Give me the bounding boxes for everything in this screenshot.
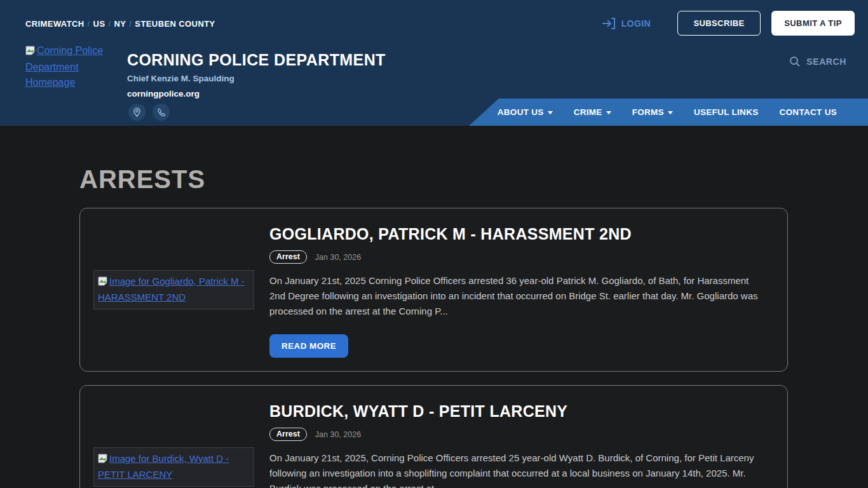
login-button[interactable]: LOGIN bbox=[602, 18, 651, 29]
login-arrow-icon bbox=[602, 18, 616, 29]
card-date: Jan 30, 2026 bbox=[315, 430, 361, 439]
department-info: CORNING POLICE DEPARTMENT Chief Kenzie M… bbox=[127, 51, 386, 98]
logo-home-link[interactable]: Corning Police Department Homepage bbox=[25, 43, 109, 90]
location-pin-icon bbox=[133, 107, 141, 117]
card-body: BURDICK, WYATT D - PETIT LARCENY Arrest … bbox=[269, 399, 774, 488]
arrest-card: Image for Burdick, Wyatt D - PETIT LARCE… bbox=[79, 385, 788, 488]
department-website: corningpolice.org bbox=[127, 89, 386, 98]
arrest-card: Image for Gogliardo, Patrick M - HARASSM… bbox=[79, 208, 788, 372]
arrest-badge: Arrest bbox=[269, 250, 307, 264]
submit-a-tip-button[interactable]: SUBMIT A TIP bbox=[771, 11, 855, 36]
login-label: LOGIN bbox=[621, 18, 651, 29]
breadcrumb-item-ny[interactable]: NY bbox=[114, 19, 126, 29]
search-button[interactable]: SEARCH bbox=[789, 56, 846, 67]
image-alt-link[interactable]: Image for Burdick, Wyatt D - PETIT LARCE… bbox=[98, 453, 229, 480]
logo-alt-text: Corning Police Department Homepage bbox=[25, 45, 103, 88]
chief-name: Chief Kenzie M. Spaulding bbox=[127, 74, 386, 83]
broken-image-icon bbox=[98, 275, 108, 290]
main-content: ARRESTS Image for Gogliardo, Patrick M -… bbox=[0, 164, 868, 488]
breadcrumb: CRIMEWATCH/US/NY/STEUBEN COUNTY bbox=[25, 19, 215, 29]
caret-down-icon bbox=[606, 111, 611, 114]
card-excerpt: On January 21st, 2025 Corning Police Off… bbox=[269, 273, 766, 319]
card-excerpt: On January 21st, 2025, Corning Police Of… bbox=[269, 451, 766, 488]
image-alt-link[interactable]: Image for Gogliardo, Patrick M - HARASSM… bbox=[98, 276, 245, 302]
card-media: Image for Gogliardo, Patrick M - HARASSM… bbox=[93, 222, 254, 358]
phone-button[interactable] bbox=[153, 104, 170, 121]
nav-label: CRIME bbox=[574, 107, 602, 117]
breadcrumb-item-us[interactable]: US bbox=[93, 19, 105, 29]
location-button[interactable] bbox=[128, 104, 146, 121]
nav-label: HOME bbox=[450, 107, 477, 117]
card-meta: Arrest Jan 30, 2026 bbox=[269, 428, 774, 441]
image-placeholder: Image for Gogliardo, Patrick M - HARASSM… bbox=[93, 270, 254, 309]
caret-down-icon bbox=[548, 111, 553, 114]
broken-image-icon bbox=[25, 44, 36, 60]
image-placeholder: Image for Burdick, Wyatt D - PETIT LARCE… bbox=[93, 447, 254, 487]
nav-item-about-us[interactable]: ABOUT US bbox=[498, 107, 553, 117]
broken-image-icon bbox=[98, 452, 108, 467]
breadcrumb-separator: / bbox=[126, 19, 135, 29]
card-meta: Arrest Jan 30, 2026 bbox=[269, 250, 774, 264]
phone-icon bbox=[157, 108, 166, 117]
contact-icons bbox=[128, 104, 170, 121]
nav-item-home[interactable]: HOME bbox=[450, 107, 477, 117]
card-media: Image for Burdick, Wyatt D - PETIT LARCE… bbox=[93, 399, 254, 488]
card-title: BURDICK, WYATT D - PETIT LARCENY bbox=[269, 402, 774, 421]
card-body: GOGLIARDO, PATRICK M - HARASSMENT 2ND Ar… bbox=[269, 222, 774, 358]
nav-label: USEFUL LINKS bbox=[694, 107, 759, 117]
topbar-actions: LOGIN SUBSCRIBE SUBMIT A TIP bbox=[602, 11, 855, 36]
search-icon bbox=[789, 56, 801, 67]
breadcrumb-separator: / bbox=[85, 19, 93, 29]
nav-item-useful-links[interactable]: USEFUL LINKS bbox=[694, 107, 759, 117]
breadcrumb-separator: / bbox=[105, 19, 114, 29]
nav-item-forms[interactable]: FORMS bbox=[632, 107, 673, 117]
card-title: GOGLIARDO, PATRICK M - HARASSMENT 2ND bbox=[269, 224, 774, 243]
card-date: Jan 30, 2026 bbox=[315, 253, 361, 262]
read-more-button[interactable]: READ MORE bbox=[269, 334, 348, 358]
subscribe-button[interactable]: SUBSCRIBE bbox=[677, 11, 761, 36]
search-label: SEARCH bbox=[806, 57, 846, 67]
arrest-badge: Arrest bbox=[269, 428, 307, 441]
site-header: CRIMEWATCH/US/NY/STEUBEN COUNTY LOGIN SU… bbox=[0, 0, 868, 126]
caret-down-icon bbox=[668, 111, 673, 114]
page-heading: ARRESTS bbox=[79, 164, 868, 194]
nav-label: CONTACT US bbox=[780, 107, 837, 117]
page-title: CORNING POLICE DEPARTMENT bbox=[127, 51, 386, 69]
nav-label: ABOUT US bbox=[498, 107, 544, 117]
nav-item-crime[interactable]: CRIME bbox=[574, 107, 611, 117]
breadcrumb-item-steuben-county[interactable]: STEUBEN COUNTY bbox=[135, 19, 215, 29]
breadcrumb-item-crimewatch[interactable]: CRIMEWATCH bbox=[25, 19, 85, 29]
nav-item-contact-us[interactable]: CONTACT US bbox=[780, 107, 837, 117]
nav-label: FORMS bbox=[632, 107, 664, 117]
main-navbar: HOME ABOUT US CRIME FORMS USEFUL LINKS C… bbox=[469, 98, 868, 126]
